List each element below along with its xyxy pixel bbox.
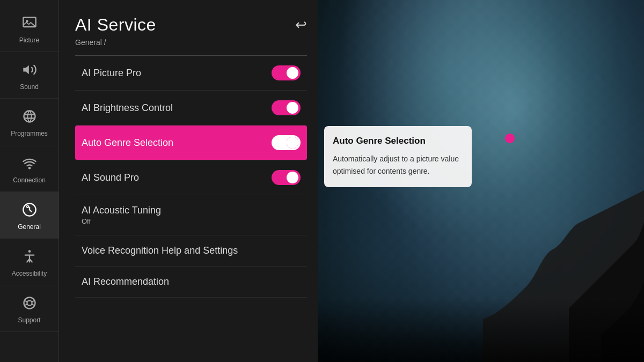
- setting-label-ai-recommendation: AI Recommendation: [82, 276, 169, 287]
- rock-silhouette: [483, 147, 644, 362]
- sidebar-item-general[interactable]: General: [0, 192, 58, 239]
- sidebar-item-support[interactable]: Support: [0, 285, 58, 332]
- page-header: AI Service ↩: [75, 15, 307, 35]
- svg-point-6: [28, 167, 31, 169]
- setting-label-ai-acoustic-tuning: AI Acoustic Tuning: [82, 205, 161, 216]
- sidebar-label-support: Support: [18, 316, 40, 324]
- setting-label-auto-genre-selection: Auto Genre Selection: [82, 137, 173, 149]
- background-scene: Auto Genre Selection Automatically adjus…: [318, 0, 644, 362]
- svg-marker-2: [23, 65, 29, 74]
- page-title: AI Service: [75, 15, 156, 35]
- sidebar-label-connection: Connection: [13, 176, 46, 184]
- cursor-dot: [505, 134, 515, 143]
- setting-row-ai-sound-pro[interactable]: AI Sound Pro: [75, 160, 307, 195]
- programmes-icon: [19, 106, 40, 127]
- back-button[interactable]: ↩: [295, 17, 307, 33]
- right-panel: Auto Genre Selection Automatically adjus…: [318, 0, 644, 362]
- sidebar-item-sound[interactable]: Sound: [0, 52, 58, 99]
- connection-icon: [19, 153, 40, 173]
- sidebar-label-general: General: [18, 223, 41, 231]
- sidebar-label-programmes: Programmes: [11, 130, 48, 137]
- general-icon: [19, 200, 40, 220]
- setting-label-ai-sound-pro: AI Sound Pro: [82, 172, 139, 183]
- sidebar-label-accessibility: Accessibility: [12, 270, 47, 277]
- setting-label-ai-brightness-control: AI Brightness Control: [82, 102, 173, 114]
- sidebar-item-accessibility[interactable]: Accessibility: [0, 239, 58, 285]
- svg-point-7: [26, 205, 28, 208]
- support-icon: [19, 293, 40, 313]
- sidebar-label-sound: Sound: [20, 83, 39, 91]
- setting-row-auto-genre-selection[interactable]: Auto Genre Selection: [75, 125, 307, 160]
- info-card-body: Automatically adjust to a picture value …: [333, 153, 463, 178]
- sidebar-item-picture[interactable]: Picture: [0, 5, 58, 52]
- setting-label-voice-recognition: Voice Recognition Help and Settings: [82, 245, 238, 256]
- sidebar-label-picture: Picture: [19, 36, 39, 44]
- info-card-title: Auto Genre Selection: [333, 136, 463, 146]
- setting-row-ai-brightness-control[interactable]: AI Brightness Control: [75, 91, 307, 125]
- svg-point-10: [27, 300, 32, 305]
- toggle-ai-picture-pro[interactable]: [272, 65, 301, 80]
- setting-row-ai-recommendation[interactable]: AI Recommendation: [75, 267, 307, 298]
- breadcrumb: General /: [75, 38, 307, 47]
- toggle-ai-sound-pro[interactable]: [272, 170, 301, 185]
- setting-row-ai-picture-pro[interactable]: AI Picture Pro: [75, 56, 307, 91]
- setting-sublabel-ai-acoustic-tuning: Off: [82, 217, 91, 225]
- toggle-auto-genre-selection[interactable]: [272, 135, 301, 150]
- setting-row-ai-acoustic-tuning[interactable]: AI Acoustic Tuning Off: [75, 195, 307, 235]
- sidebar-item-programmes[interactable]: Programmes: [0, 99, 58, 145]
- sidebar-item-connection[interactable]: Connection: [0, 145, 58, 192]
- toggle-ai-brightness-control[interactable]: [272, 100, 301, 115]
- setting-label-ai-picture-pro: AI Picture Pro: [82, 68, 141, 79]
- main-content: AI Service ↩ General / AI Picture Pro AI…: [59, 0, 318, 362]
- info-card: Auto Genre Selection Automatically adjus…: [324, 126, 472, 187]
- svg-point-8: [28, 250, 31, 253]
- accessibility-icon: [19, 246, 40, 267]
- sound-icon: [19, 60, 40, 80]
- svg-point-9: [24, 298, 35, 309]
- sidebar: Picture Sound Programmes Connection Gene…: [0, 0, 59, 362]
- setting-row-voice-recognition[interactable]: Voice Recognition Help and Settings: [75, 235, 307, 267]
- picture-icon: [19, 13, 40, 33]
- settings-list: AI Picture Pro AI Brightness Control Aut…: [75, 56, 307, 351]
